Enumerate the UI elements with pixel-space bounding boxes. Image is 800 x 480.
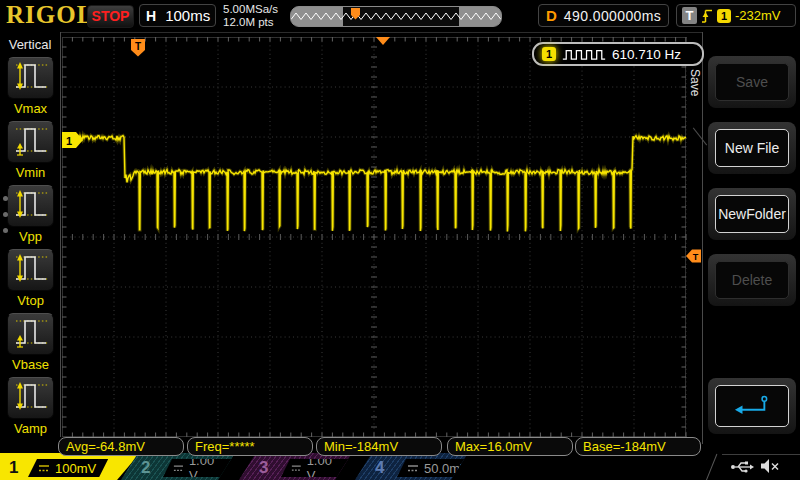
- channel-2-status[interactable]: 2 1.00 V: [121, 453, 235, 480]
- dc-coupling-icon: [407, 463, 419, 473]
- acquisition-info: 5.00MSa/s 12.0M pts: [223, 3, 278, 29]
- trigger-level-value: -232mV: [735, 8, 781, 23]
- waveform-overview-strip[interactable]: [290, 6, 502, 27]
- channel-3-status[interactable]: 3 1.00 V: [239, 453, 352, 480]
- dc-coupling-icon: [173, 463, 184, 473]
- channel-1-status[interactable]: 1 100mV: [0, 453, 140, 480]
- corner-divider: [722, 454, 800, 455]
- left-measure-menu: Vertical Vmax Vmin Vpp Vtop: [0, 32, 61, 437]
- vtop-icon: [11, 250, 51, 290]
- header-bar: RIGOL STOP H 100ms 5.00MSa/s 12.0M pts D…: [0, 0, 800, 33]
- channel-1-scale: 100mV: [28, 459, 108, 477]
- timebase-value: 100ms: [165, 7, 210, 24]
- vpp-label: Vpp: [7, 229, 54, 244]
- trigger-label: T: [682, 7, 697, 24]
- dc-coupling-icon: [38, 463, 50, 473]
- channel-4-status[interactable]: 4 50.0mV: [355, 453, 468, 480]
- menu-item-vmax[interactable]: Vmax: [7, 57, 54, 116]
- counter-source-badge: 1: [542, 47, 556, 61]
- overview-waveform: [291, 7, 501, 26]
- vmax-icon: [11, 58, 51, 98]
- menu-item-vbase[interactable]: Vbase: [7, 313, 54, 372]
- measurement-max[interactable]: Max=16.0mV: [447, 437, 573, 456]
- vamp-label: Vamp: [7, 421, 54, 436]
- measurement-base[interactable]: Base=-184mV: [575, 437, 701, 456]
- counter-value: 610.710 Hz: [612, 47, 681, 62]
- horizontal-center-marker: [376, 37, 390, 45]
- channel-4-number: 4: [375, 458, 384, 478]
- channel-1-marker-label: 1: [66, 135, 72, 147]
- vbase-label: Vbase: [7, 357, 54, 372]
- measurement-freq[interactable]: Freq=*****: [187, 437, 313, 456]
- horizontal-label: H: [146, 8, 156, 24]
- return-arrow-icon: [733, 394, 771, 418]
- page-indicator-dot: [3, 228, 8, 233]
- trigger-status-box[interactable]: T 1 -232mV: [676, 4, 796, 27]
- horizontal-timebase-box[interactable]: H 100ms: [139, 4, 216, 27]
- channel-2-number: 2: [141, 458, 150, 478]
- delay-label: D: [546, 7, 557, 24]
- delay-box[interactable]: D 490.000000ms: [538, 4, 669, 27]
- new-folder-button[interactable]: NewFolder: [708, 188, 796, 240]
- measurement-avg[interactable]: Avg=-64.8mV: [58, 437, 184, 456]
- channel-1-number: 1: [9, 458, 18, 478]
- overview-trace: [291, 13, 501, 20]
- run-state-badge[interactable]: STOP: [87, 5, 134, 28]
- menu-item-vamp[interactable]: Vamp: [7, 377, 54, 436]
- save-button[interactable]: Save: [708, 56, 796, 108]
- graticule: [62, 37, 686, 437]
- page-indicator-dot: [3, 212, 8, 217]
- trigger-source-badge: 1: [717, 9, 731, 23]
- delete-button-label: Delete: [732, 272, 772, 288]
- channel-3-scale: 1.00 V: [281, 459, 352, 477]
- vamp-icon: [11, 378, 51, 418]
- frequency-counter: 1 610.710 Hz: [532, 42, 704, 66]
- sample-rate: 5.00MSa/s: [223, 3, 278, 16]
- delete-button[interactable]: Delete: [708, 254, 796, 306]
- page-indicator-dot: [3, 196, 8, 201]
- channel-4-scale: 50.0mV: [397, 459, 481, 477]
- rising-edge-icon: [701, 8, 713, 24]
- menu-title: Vertical: [0, 37, 60, 52]
- vmin-icon: [11, 122, 51, 162]
- trigger-position-label: T: [135, 41, 141, 52]
- dc-coupling-icon: [291, 463, 302, 473]
- menu-item-vmin[interactable]: Vmin: [7, 121, 54, 180]
- square-wave-icon: [562, 48, 606, 61]
- new-file-button[interactable]: New File: [708, 122, 796, 174]
- menu-item-vtop[interactable]: Vtop: [7, 249, 54, 308]
- new-file-button-label: New File: [725, 140, 779, 156]
- vpp-icon: [11, 186, 51, 226]
- vmax-label: Vmax: [7, 101, 54, 116]
- back-button[interactable]: [708, 378, 796, 434]
- new-folder-button-label: NewFolder: [718, 206, 786, 222]
- measurement-min[interactable]: Min=-184mV: [316, 437, 442, 456]
- trigger-level-label: T: [693, 252, 699, 262]
- corner-diagonal: [706, 454, 718, 480]
- speaker-muted-icon: [760, 458, 780, 474]
- vtop-label: Vtop: [7, 293, 54, 308]
- vbase-icon: [11, 314, 51, 354]
- channel-3-number: 3: [259, 458, 268, 478]
- channel-2-scale: 1.00 V: [163, 459, 235, 477]
- delay-value: 490.000000ms: [564, 8, 661, 24]
- usb-icon: [730, 459, 754, 474]
- channel-status-bar: 1 100mV 2 1.00 V 3 1.00 V: [0, 453, 800, 480]
- right-soft-menu: Save Save New File NewFolder Delete: [702, 32, 800, 444]
- menu-item-vpp[interactable]: Vpp: [7, 185, 54, 244]
- rigol-logo: RIGOL: [6, 1, 94, 29]
- vmin-label: Vmin: [7, 165, 54, 180]
- memory-depth: 12.0M pts: [223, 16, 278, 29]
- scope-display: 1TT: [62, 37, 702, 437]
- save-button-label: Save: [736, 74, 768, 90]
